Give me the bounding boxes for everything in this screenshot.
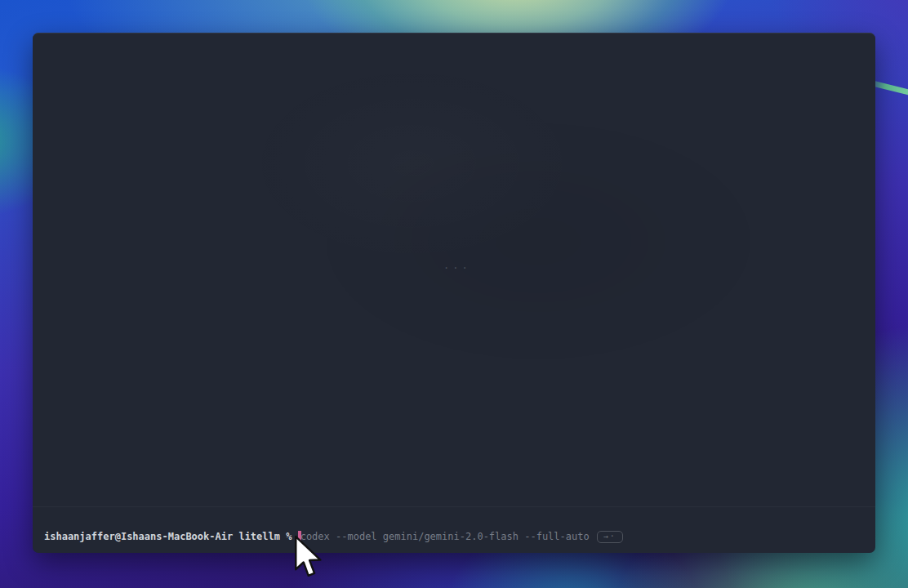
shell-prompt: ishaanjaffer@Ishaans-MacBook-Air litellm… (44, 530, 298, 543)
loading-dots: ··· (443, 262, 471, 274)
terminal-seam-line (33, 506, 875, 507)
key-hint-badge: →· (597, 531, 623, 543)
autosuggestion-text: codex --model gemini/gemini-2.0-flash --… (300, 530, 590, 543)
terminal-prompt-line[interactable]: ishaanjaffer@Ishaans-MacBook-Air litellm… (44, 530, 623, 543)
desktop-wallpaper: ··· ishaanjaffer@Ishaans-MacBook-Air lit… (0, 0, 908, 588)
terminal-window[interactable]: ··· ishaanjaffer@Ishaans-MacBook-Air lit… (33, 33, 875, 553)
